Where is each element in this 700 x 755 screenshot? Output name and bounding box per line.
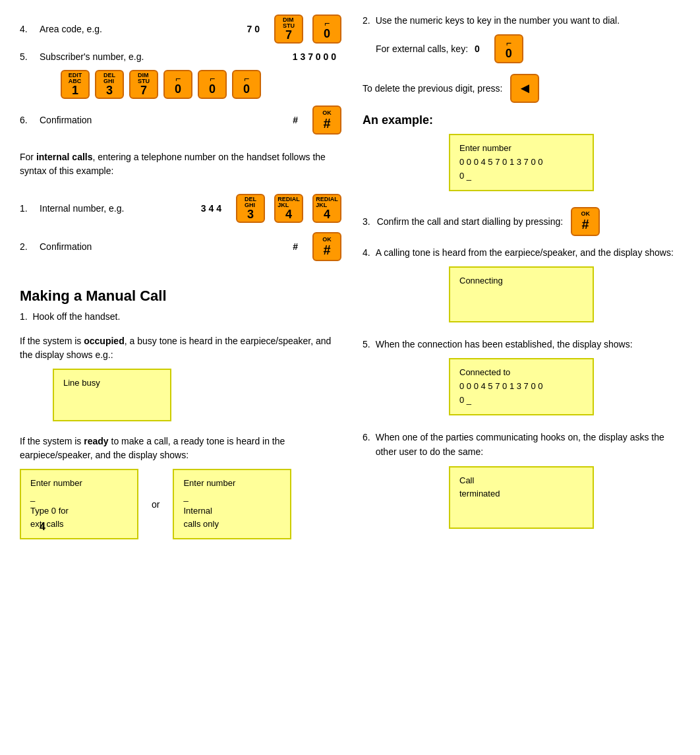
connected-line2: 0 0 0 4 5 7 0 1 3 7 0 0	[459, 380, 583, 394]
key-0-b[interactable]: ⌐ 0	[163, 70, 192, 99]
step-6-label: Confirmation	[40, 115, 286, 125]
external-calls-value: 0	[475, 44, 480, 54]
enter-num-box2-line4: calls only	[183, 518, 281, 531]
step-4-num: 4.	[20, 24, 33, 34]
step-4-row: 4. Area code, e.g. 7 0 DIMSTU 7 ⌐ 0	[20, 13, 343, 45]
connecting-line1: Connecting	[459, 274, 583, 288]
call-term-line2: terminated	[459, 487, 583, 501]
connected-line3: 0 _	[459, 394, 583, 408]
enter-disp-line2: 0 0 0 4 5 7 0 1 3 7 0 0	[459, 156, 583, 169]
int-step-2-label: Confirmation	[40, 241, 286, 252]
step-6-row: 6. Confirmation # OK #	[20, 104, 343, 136]
internal-step-1-row: 1. Internal number, e.g. 3 4 4 DELGHI 3 …	[20, 193, 343, 224]
page-number: 4	[40, 521, 45, 533]
right-step-2: 2. Use the numeric keys to key in the nu…	[363, 13, 680, 28]
enter-num-box2-line1: Enter number	[183, 477, 281, 491]
redial-jkl-4-key2[interactable]: REDIALJKL 4	[312, 194, 341, 223]
int-step-1-num: 1.	[20, 203, 33, 214]
enter-disp-line3: 0 _	[459, 169, 583, 183]
connecting-box: Connecting	[449, 266, 594, 322]
enter-num-box2-line3: Internal	[183, 504, 281, 518]
right-step-5: 5. When the connection has been establis…	[363, 337, 680, 351]
call-terminated-box-wrap: Call terminated	[363, 466, 680, 529]
occupied-para: If the system is occupied, a busy tone i…	[20, 334, 343, 362]
step-4-value: 7 0	[247, 24, 260, 34]
step-6-num: 6.	[20, 115, 33, 125]
enter-num-box1-line3: Type 0 for	[30, 504, 128, 518]
key-0-c[interactable]: ⌐ 0	[198, 70, 227, 99]
line-busy-text: Line busy	[63, 378, 100, 388]
ok-hash-key[interactable]: OK #	[312, 106, 341, 135]
int-step-1-label: Internal number, e.g.	[40, 203, 194, 214]
step-6-value: #	[293, 115, 298, 125]
right-step-3: 3. Confirm the call and start dialling b…	[363, 206, 680, 237]
enter-number-display: Enter number 0 0 0 4 5 7 0 1 3 7 0 0 0 _	[449, 134, 594, 191]
section-title: Making a Manual Call	[20, 287, 343, 305]
enter-num-box2-line2: _	[183, 491, 281, 504]
step-5-keys: EDITABC 1 DELGHI 3 DIMSTU 7 ⌐ 0 ⌐ 0	[59, 69, 343, 100]
connected-line1: Connected to	[459, 366, 583, 380]
internal-calls-para: For internal calls, entering a telephone…	[20, 150, 343, 178]
enter-num-box1-line1: Enter number	[30, 477, 128, 491]
right-step-6: 6. When one of the parties communicating…	[363, 430, 680, 460]
key-7-label: 7	[285, 29, 292, 41]
key-0-d[interactable]: ⌐ 0	[232, 70, 261, 99]
right-step-4: 4. A calling tone is heard from the earp…	[363, 245, 680, 260]
edit-abc-1-key[interactable]: EDITABC 1	[61, 70, 90, 99]
ok-hash-key3[interactable]: OK #	[571, 207, 600, 236]
right-step-4-text: A calling tone is heard from the earpiec…	[376, 245, 674, 260]
key-0a-main: 0	[324, 28, 330, 40]
enter-disp-line1: Enter number	[459, 142, 583, 156]
connected-box-wrap: Connected to 0 0 0 4 5 7 0 1 3 7 0 0 0 _	[363, 358, 680, 415]
right-step-2-text: Use the numeric keys to key in the numbe…	[376, 13, 620, 28]
int-step-2-num: 2.	[20, 241, 33, 252]
or-text: or	[152, 499, 160, 510]
right-step-2-num: 2.	[363, 13, 370, 28]
right-step-5-num: 5.	[363, 337, 370, 351]
enter-number-box1: Enter number _ Type 0 for ext. calls	[20, 469, 138, 539]
example-title: An example:	[363, 113, 680, 127]
internal-step-2-row: 2. Confirmation # OK #	[20, 231, 343, 262]
ready-para: If the system is ready to make a call, a…	[20, 435, 343, 462]
ready-if: If the system is	[20, 436, 84, 446]
ok-hash-key2[interactable]: OK #	[312, 232, 341, 261]
step-5-row: 5. Subscriber's number, e.g. 1 3 7 0 0 0	[20, 51, 343, 62]
del-ghi-3-key[interactable]: DELGHI 3	[95, 70, 124, 99]
connecting-box-wrap: Connecting	[363, 266, 680, 322]
ext-key-0[interactable]: ⌐ 0	[494, 34, 523, 63]
redial-jkl-4-key[interactable]: REDIALJKL 4	[274, 194, 303, 223]
int-step-2-value: #	[293, 241, 298, 252]
occupied-if: If the system is	[20, 336, 84, 346]
step-5-value: 1 3 7 0 0 0	[293, 51, 336, 62]
delete-key[interactable]: ◄	[510, 74, 539, 103]
connected-box: Connected to 0 0 0 4 5 7 0 1 3 7 0 0 0 _	[449, 358, 594, 415]
ready-bold: ready	[84, 436, 108, 446]
internal-calls-bold: internal calls	[36, 152, 93, 162]
dim-stu-7-key[interactable]: DIMSTU 7	[274, 15, 303, 44]
call-term-line1: Call	[459, 474, 583, 488]
enter-number-display-wrap: Enter number 0 0 0 4 5 7 0 1 3 7 0 0 0 _	[363, 134, 680, 191]
line-busy-box: Line busy	[53, 369, 171, 421]
right-step-3-text: Confirm the call and start dialling by p…	[377, 216, 563, 227]
for-text: For	[20, 152, 36, 162]
dim-stu-7-key2[interactable]: DIMSTU 7	[129, 70, 158, 99]
right-step-6-num: 6.	[363, 430, 370, 460]
left-column: 4. Area code, e.g. 7 0 DIMSTU 7 ⌐ 0 5. S…	[20, 13, 343, 546]
enter-num-box1-line2: _	[30, 491, 128, 504]
step-4-label: Area code, e.g.	[40, 24, 241, 34]
right-step-4-num: 4.	[363, 245, 370, 260]
occupied-bold: occupied	[84, 336, 124, 346]
right-step-3-num: 3.	[363, 216, 370, 227]
del-ghi-3-key2[interactable]: DELGHI 3	[236, 194, 265, 223]
enter-number-group: Enter number _ Type 0 for ext. calls or …	[20, 469, 343, 539]
step-5-num: 5.	[20, 51, 33, 62]
enter-number-box2: Enter number _ Internal calls only	[173, 469, 291, 539]
external-calls-text: For external calls, key:	[376, 44, 468, 54]
right-column: 2. Use the numeric keys to key in the nu…	[363, 13, 680, 546]
key-0a-top: ⌐	[324, 18, 330, 28]
key-0-a[interactable]: ⌐ 0	[312, 15, 341, 44]
right-step-6-text: When one of the parties communicating ho…	[376, 430, 680, 460]
dim-stu-label: DIMSTU	[283, 17, 295, 29]
call-terminated-box: Call terminated	[449, 466, 594, 529]
step1-text: 1. Hook off the handset.	[20, 310, 343, 324]
